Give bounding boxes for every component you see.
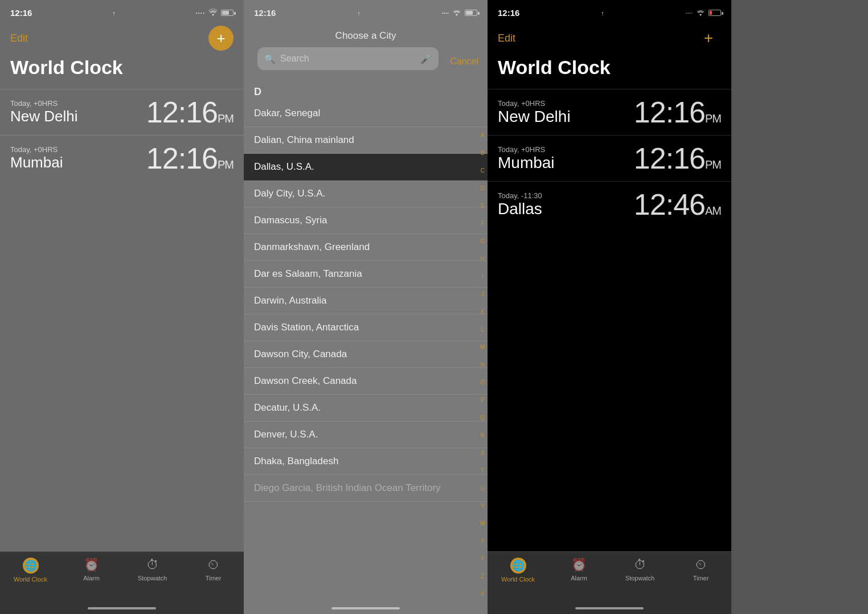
city-row-denver[interactable]: Denver, U.S.A. xyxy=(244,421,488,448)
clock-time-new-delhi: 12:16PM xyxy=(146,95,234,129)
clock-meta-new-delhi: Today, +0HRS New Delhi xyxy=(10,99,78,125)
status-time-left: 12:16 xyxy=(10,8,32,18)
status-bar-middle: 12:16 ↑ ···· xyxy=(244,0,488,20)
clock-meta-mumbai: Today, +0HRS Mumbai xyxy=(10,145,63,171)
header-row-left: Edit + xyxy=(0,20,244,54)
clock-time-new-delhi-right: 12:16PM xyxy=(634,95,721,129)
tab-timer-left[interactable]: ⏲ Timer xyxy=(194,558,234,582)
choose-city-title: Choose a City xyxy=(244,20,488,47)
tab-world-clock-right[interactable]: 🌐 World Clock xyxy=(498,558,538,583)
clock-time-mumbai: 12:16PM xyxy=(146,141,234,175)
clock-offset-mumbai: Today, +0HRS xyxy=(10,145,63,154)
clock-offset-dallas-right: Today, -11:30 xyxy=(498,191,542,200)
status-icons-right: ···· xyxy=(686,9,721,17)
tab-bar-right: 🌐 World Clock ⏰ Alarm ⏱ Stopwatch ⏲ Time… xyxy=(488,551,731,614)
city-row-davis-station[interactable]: Davis Station, Antarctica xyxy=(244,314,488,341)
city-row-diego-garcia[interactable]: Diego Garcia, British Indian Ocean Terri… xyxy=(244,475,488,502)
city-row-dawson-city[interactable]: Dawson City, Canada xyxy=(244,341,488,368)
panel-left: 12:16 ↑ ···· Edit + World Clock T xyxy=(0,0,244,614)
status-icons-middle: ···· xyxy=(442,9,477,17)
city-row-dhaka[interactable]: Dhaka, Bangladesh xyxy=(244,448,488,475)
wifi-icon-right xyxy=(696,9,705,17)
tab-world-clock-left[interactable]: 🌐 World Clock xyxy=(11,558,51,583)
panel-right: 12:16 ↑ ···· Edit + World Clock Today, +… xyxy=(488,0,731,614)
city-row-dallas[interactable]: Dallas, U.S.A. xyxy=(244,154,488,181)
home-indicator-right xyxy=(575,607,644,609)
signal-dots-middle: ···· xyxy=(442,10,449,17)
home-indicator-middle xyxy=(331,607,400,609)
clock-time-mumbai-right: 12:16PM xyxy=(634,141,721,175)
alarm-icon-right: ⏰ xyxy=(571,558,587,572)
clock-meta-new-delhi-right: Today, +0HRS New Delhi xyxy=(498,99,571,126)
clock-offset-mumbai-right: Today, +0HRS xyxy=(498,145,555,154)
city-row-damascus[interactable]: Damascus, Syria xyxy=(244,207,488,234)
city-row-darwin[interactable]: Darwin, Australia xyxy=(244,288,488,314)
stopwatch-icon-left: ⏱ xyxy=(146,558,159,572)
clock-city-dallas-right: Dallas xyxy=(498,200,542,218)
tab-alarm-left[interactable]: ⏰ Alarm xyxy=(72,558,112,582)
tab-stopwatch-right[interactable]: ⏱ Stopwatch xyxy=(620,558,660,582)
tab-label-world-clock-right: World Clock xyxy=(501,576,535,583)
city-row-daly-city[interactable]: Daly City, U.S.A. xyxy=(244,181,488,207)
tab-label-world-clock-left: World Clock xyxy=(14,576,47,583)
tab-timer-right[interactable]: ⏲ Timer xyxy=(681,558,721,582)
header-row-right: Edit + xyxy=(488,20,731,54)
tab-label-timer-left: Timer xyxy=(206,575,222,582)
clock-time-dallas-right: 12:46AM xyxy=(634,187,721,222)
city-row-dawson-creek[interactable]: Dawson Creek, Canada xyxy=(244,368,488,395)
status-icons-left: ···· xyxy=(196,9,234,17)
clock-entry-mumbai: Today, +0HRS Mumbai 12:16PM xyxy=(0,135,244,181)
filler xyxy=(731,0,868,614)
cancel-button[interactable]: Cancel xyxy=(450,56,481,67)
tab-bar-left: 🌐 World Clock ⏰ Alarm ⏱ Stopwatch ⏲ Time… xyxy=(0,551,244,614)
tab-label-timer-right: Timer xyxy=(693,575,709,582)
clock-city-mumbai-right: Mumbai xyxy=(498,154,555,172)
battery-icon-middle xyxy=(465,10,477,16)
city-row-dakar[interactable]: Dakar, Senegal xyxy=(244,100,488,127)
page-title-left: World Clock xyxy=(0,54,244,89)
wifi-icon-middle xyxy=(452,9,461,17)
tab-stopwatch-left[interactable]: ⏱ Stopwatch xyxy=(133,558,173,582)
search-placeholder: Search xyxy=(280,54,416,64)
city-row-dalian[interactable]: Dalian, China mainland xyxy=(244,127,488,154)
edit-button-left[interactable]: Edit xyxy=(10,32,28,44)
stopwatch-icon-right: ⏱ xyxy=(634,558,646,572)
tab-label-stopwatch-right: Stopwatch xyxy=(625,575,654,582)
clock-entry-mumbai-right: Today, +0HRS Mumbai 12:16PM xyxy=(488,135,731,181)
status-bar-right: 12:16 ↑ ···· xyxy=(488,0,731,20)
battery-icon-left xyxy=(221,10,234,16)
page-title-right: World Clock xyxy=(488,54,731,89)
timer-icon-left: ⏲ xyxy=(207,558,220,572)
status-time-right: 12:16 xyxy=(498,8,519,18)
clock-meta-mumbai-right: Today, +0HRS Mumbai xyxy=(498,145,555,172)
clock-entry-dallas-right: Today, -11:30 Dallas 12:46AM xyxy=(488,181,731,227)
edit-button-right[interactable]: Edit xyxy=(498,32,515,44)
clock-city-mumbai: Mumbai xyxy=(10,154,63,171)
clock-offset-new-delhi: Today, +0HRS xyxy=(10,99,78,108)
search-bar[interactable]: 🔍 Search 🎤 xyxy=(257,47,439,70)
add-button-right[interactable]: + xyxy=(696,26,721,51)
timer-icon-right: ⏲ xyxy=(695,558,707,572)
status-arrow-middle: ↑ xyxy=(357,10,361,17)
city-row-danmarkshavn[interactable]: Danmarkshavn, Greenland xyxy=(244,234,488,261)
tab-label-alarm-right: Alarm xyxy=(571,575,587,582)
tab-alarm-right[interactable]: ⏰ Alarm xyxy=(559,558,599,582)
globe-icon-left: 🌐 xyxy=(23,558,39,574)
search-icon-middle: 🔍 xyxy=(264,54,276,64)
clock-city-new-delhi: New Delhi xyxy=(10,108,78,125)
status-time-middle: 12:16 xyxy=(254,8,276,18)
clock-meta-dallas-right: Today, -11:30 Dallas xyxy=(498,191,542,218)
signal-dots-right: ···· xyxy=(686,10,693,17)
city-row-dar-es-salaam[interactable]: Dar es Salaam, Tanzania xyxy=(244,261,488,288)
home-indicator-left xyxy=(88,607,156,609)
clock-entry-new-delhi: Today, +0HRS New Delhi 12:16PM xyxy=(0,89,244,135)
clock-city-new-delhi-right: New Delhi xyxy=(498,108,571,126)
status-time-arrow: ↑ xyxy=(112,10,116,17)
city-row-decatur[interactable]: Decatur, U.S.A. xyxy=(244,395,488,421)
mic-icon: 🎤 xyxy=(420,54,432,64)
status-bar-left: 12:16 ↑ ···· xyxy=(0,0,244,20)
add-button-left[interactable]: + xyxy=(208,26,234,51)
signal-icon: ···· xyxy=(196,10,205,17)
clock-entry-new-delhi-right: Today, +0HRS New Delhi 12:16PM xyxy=(488,89,731,135)
alarm-icon-left: ⏰ xyxy=(84,558,99,572)
